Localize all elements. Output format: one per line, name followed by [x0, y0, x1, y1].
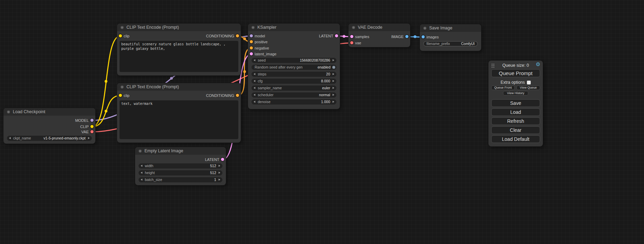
widget-batch-size[interactable]: batch_size 1: [139, 177, 222, 182]
node-titlebar[interactable]: VAE Decode: [349, 24, 410, 31]
node-empty-latent-image[interactable]: Empty Latent Image LATENT width 512 heig…: [135, 147, 226, 185]
load-default-button[interactable]: Load Default: [491, 135, 540, 143]
node-titlebar[interactable]: Save Image: [420, 24, 481, 32]
widget-scheduler[interactable]: scheduler normal: [252, 92, 336, 98]
widget-denoise[interactable]: denoise 1.000: [252, 99, 336, 105]
settings-gear-icon[interactable]: ⚙: [536, 62, 540, 67]
node-graph-canvas[interactable]: Load Checkpoint MODEL CLIP VAE ckpt_name…: [0, 0, 644, 244]
queue-front-button[interactable]: Queue Front: [491, 85, 515, 90]
node-vae-decode[interactable]: VAE Decode samples vae IMAGE: [349, 24, 410, 47]
decrement-icon[interactable]: [254, 101, 255, 103]
widget-random-seed-toggle[interactable]: Random seed after every gen enabled: [252, 65, 336, 70]
port-clip-output[interactable]: [90, 125, 94, 128]
widget-label: sampler_name: [258, 85, 282, 91]
decrement-icon[interactable]: [9, 137, 11, 139]
node-load-checkpoint[interactable]: Load Checkpoint MODEL CLIP VAE ckpt_name…: [3, 108, 95, 144]
slot-label-conditioning: CONDITIONING: [206, 34, 234, 38]
refresh-button[interactable]: Refresh: [491, 117, 540, 125]
port-latent-image-input[interactable]: [250, 52, 253, 55]
node-titlebar[interactable]: CLIP Text Encode (Prompt): [117, 24, 241, 31]
port-positive-input[interactable]: [250, 40, 253, 43]
port-conditioning-output[interactable]: [236, 34, 239, 37]
queue-menu-panel[interactable]: Queue size: 0 ⚙ Queue Prompt Extra optio…: [488, 61, 543, 146]
decrement-icon[interactable]: [254, 94, 255, 96]
increment-icon[interactable]: [333, 101, 334, 103]
port-clip-input[interactable]: [119, 34, 122, 37]
widget-value: normal: [319, 92, 330, 98]
widget-label: batch_size: [145, 177, 162, 182]
port-latent-output[interactable]: [221, 158, 224, 161]
prompt-textarea[interactable]: text, watermark: [120, 100, 238, 139]
node-title: KSampler: [257, 25, 276, 30]
increment-icon[interactable]: [219, 179, 220, 181]
collapse-dot-icon[interactable]: [139, 150, 142, 153]
view-history-button[interactable]: View History: [503, 91, 528, 96]
widget-label: denoise: [258, 99, 271, 105]
port-model-input[interactable]: [250, 34, 253, 37]
widget-filename-prefix[interactable]: filename_prefix ComfyUI: [423, 41, 478, 46]
widget-width[interactable]: width 512: [139, 163, 222, 169]
collapse-dot-icon[interactable]: [352, 26, 355, 29]
port-image-output[interactable]: [405, 35, 408, 38]
view-queue-button[interactable]: View Queue: [517, 85, 540, 90]
increment-icon[interactable]: [333, 73, 334, 75]
node-clip-text-encode-positive[interactable]: CLIP Text Encode (Prompt) clip CONDITION…: [117, 24, 241, 75]
increment-icon[interactable]: [333, 94, 334, 96]
widget-label: width: [145, 163, 153, 169]
widget-sampler-name[interactable]: sampler_name euler: [252, 85, 336, 91]
increment-icon[interactable]: [333, 59, 334, 61]
collapse-dot-icon[interactable]: [7, 110, 10, 114]
decrement-icon[interactable]: [254, 59, 255, 61]
save-button[interactable]: Save: [491, 99, 540, 107]
node-ksampler[interactable]: KSampler model positive negative latent_…: [248, 24, 340, 109]
decrement-icon[interactable]: [254, 87, 255, 89]
prompt-textarea[interactable]: beautiful scenery nature glass bottle la…: [120, 41, 238, 72]
port-latent-output[interactable]: [335, 34, 338, 37]
node-titlebar[interactable]: KSampler: [248, 24, 340, 31]
increment-icon[interactable]: [88, 137, 90, 139]
wire-midpoint-dot: [243, 37, 246, 40]
clear-button[interactable]: Clear: [491, 126, 540, 134]
toggle-knob-icon[interactable]: [332, 66, 335, 69]
extra-options-row: Extra options: [488, 80, 543, 85]
node-titlebar[interactable]: Load Checkpoint: [3, 108, 95, 116]
widget-cfg[interactable]: cfg 8.000: [252, 79, 336, 84]
extra-options-checkbox[interactable]: [527, 81, 531, 84]
queue-prompt-button[interactable]: Queue Prompt: [491, 69, 540, 77]
decrement-icon[interactable]: [254, 73, 255, 75]
increment-icon[interactable]: [219, 165, 220, 167]
collapse-dot-icon[interactable]: [423, 27, 426, 30]
increment-icon[interactable]: [333, 80, 334, 82]
widget-label: height: [145, 170, 155, 175]
node-titlebar[interactable]: Empty Latent Image: [135, 147, 226, 155]
port-model-output[interactable]: [90, 119, 94, 122]
node-titlebar[interactable]: CLIP Text Encode (Prompt): [117, 83, 241, 91]
collapse-dot-icon[interactable]: [121, 85, 124, 89]
slot-label-image: IMAGE: [391, 34, 404, 39]
decrement-icon[interactable]: [254, 80, 255, 82]
decrement-icon[interactable]: [141, 165, 142, 167]
port-conditioning-output[interactable]: [236, 94, 239, 97]
collapse-dot-icon[interactable]: [121, 26, 124, 29]
port-negative-input[interactable]: [250, 46, 253, 49]
port-vae-input[interactable]: [350, 41, 353, 44]
widget-seed[interactable]: seed 156680208700286: [252, 58, 336, 63]
increment-icon[interactable]: [219, 172, 220, 174]
node-title: CLIP Text Encode (Prompt): [126, 25, 179, 30]
wire-midpoint-dot: [170, 77, 173, 80]
port-images-input[interactable]: [422, 35, 425, 38]
port-vae-output[interactable]: [90, 130, 94, 133]
widget-ckpt-name[interactable]: ckpt_name v1-5-pruned-emaonly.ckpt: [7, 136, 92, 141]
widget-steps[interactable]: steps 20: [252, 72, 336, 77]
decrement-icon[interactable]: [141, 179, 142, 181]
widget-height[interactable]: height 512: [139, 170, 222, 175]
increment-icon[interactable]: [333, 87, 334, 89]
port-samples-input[interactable]: [350, 35, 353, 38]
decrement-icon[interactable]: [141, 172, 142, 174]
port-clip-input[interactable]: [119, 94, 122, 97]
load-button[interactable]: Load: [491, 108, 540, 116]
collapse-dot-icon[interactable]: [252, 26, 255, 29]
wire-midpoint-dot: [243, 70, 246, 73]
node-clip-text-encode-negative[interactable]: CLIP Text Encode (Prompt) clip CONDITION…: [117, 83, 241, 143]
node-save-image[interactable]: Save Image images filename_prefix ComfyU…: [420, 24, 481, 51]
